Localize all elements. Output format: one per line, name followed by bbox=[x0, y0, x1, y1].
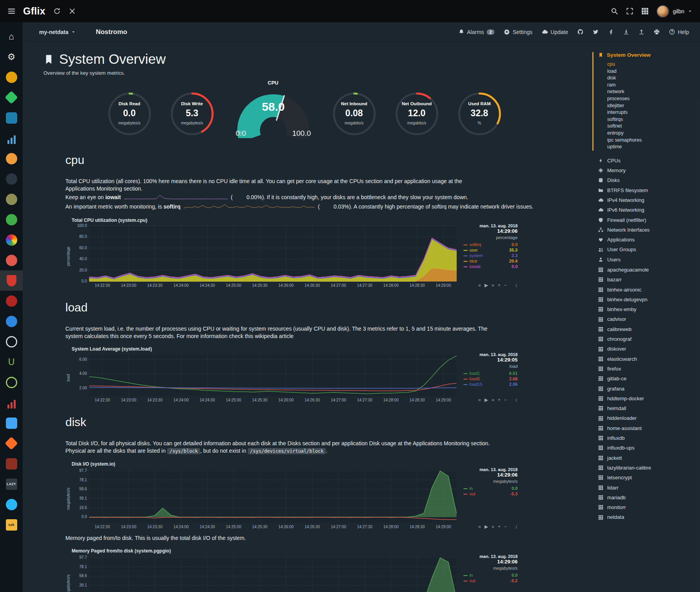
rail-item-app-orange-circle[interactable] bbox=[0, 67, 23, 87]
chart-play-button[interactable]: ▶ bbox=[485, 524, 488, 529]
legend-item-nice[interactable]: nice20.4 bbox=[464, 258, 518, 264]
menu-app-binhex-airsonic[interactable]: binhex-airsonic bbox=[598, 285, 696, 295]
gauge-used-ram[interactable]: Used RAM32.8% bbox=[456, 91, 503, 137]
menu-section-network-interfaces[interactable]: Network Interfaces bbox=[598, 225, 696, 235]
menu-app-letsencrypt[interactable]: letsencrypt bbox=[598, 473, 696, 482]
menu-item-softirqs[interactable]: softirqs bbox=[607, 116, 696, 123]
menu-app-monitorr[interactable]: monitorr bbox=[598, 502, 696, 512]
memory-paged-chart[interactable]: Memory Paged from/to disk (system.pgpgio… bbox=[65, 548, 589, 592]
chart-zoom-out-button[interactable]: − bbox=[504, 524, 507, 529]
menu-app-grafana[interactable]: grafana bbox=[598, 384, 696, 394]
menu-section-disks[interactable]: Disks bbox=[598, 175, 696, 185]
export-button[interactable] bbox=[639, 29, 644, 35]
chart-plot-area[interactable]: 14:22:3014:23:0014:23:3014:24:0014:24:30… bbox=[71, 352, 459, 404]
menu-app-netdata[interactable]: netdata bbox=[598, 512, 696, 522]
chart-pan-forward-button[interactable]: » bbox=[492, 397, 494, 403]
chart-pan-backward-button[interactable]: « bbox=[478, 283, 481, 288]
menu-item-ipc-semaphores[interactable]: ipc semaphores bbox=[607, 137, 696, 144]
chart-plot-area[interactable]: 14:22:3014:23:0014:23:3014:24:0014:24:30… bbox=[71, 467, 459, 531]
rail-item-app-pinwheel[interactable] bbox=[0, 230, 23, 250]
search-icon[interactable] bbox=[611, 7, 618, 15]
refresh-icon[interactable] bbox=[53, 7, 61, 15]
chart-zoom-out-button[interactable]: − bbox=[504, 397, 507, 403]
rail-item-app-olive-circle[interactable] bbox=[0, 189, 23, 209]
menu-app-bazarr[interactable]: bazarr bbox=[598, 275, 696, 284]
gauge-cpu[interactable]: CPU58.00.0100.0% bbox=[232, 80, 315, 142]
print-button[interactable] bbox=[654, 29, 660, 35]
chart-zoom-out-button[interactable]: − bbox=[504, 283, 507, 288]
menu-app-apacheguacamole[interactable]: apacheguacamole bbox=[598, 265, 696, 275]
menu-app-hiddenloader[interactable]: hiddenloader bbox=[598, 413, 696, 423]
legend-item-in[interactable]: in0.0 bbox=[464, 486, 518, 491]
menu-app-calibreweb[interactable]: calibreweb bbox=[598, 324, 696, 334]
menu-item-idlejitter[interactable]: idlejitter bbox=[607, 103, 696, 110]
load-average-chart[interactable]: System Load Average (system.load)load14:… bbox=[65, 346, 589, 404]
menu-app-elasticsearch[interactable]: elasticsearch bbox=[598, 354, 696, 364]
chart-resize-handle[interactable]: ↕ bbox=[515, 282, 518, 288]
menu-app-lazylibrarian-calibre[interactable]: lazylibrarian-calibre bbox=[598, 463, 696, 473]
chart-pan-forward-button[interactable]: » bbox=[492, 283, 494, 288]
gauge-disk-read[interactable]: Disk Read0.0megabytes/s bbox=[106, 91, 153, 137]
rail-item-app-blue-square[interactable] bbox=[0, 413, 23, 433]
rail-item-app-green-circle[interactable] bbox=[0, 209, 23, 230]
menu-section-applications[interactable]: Applications bbox=[598, 235, 696, 245]
gauge-net-outbound[interactable]: Net Outbound12.0megabits/s bbox=[394, 91, 440, 137]
legend-item-load15[interactable]: load152.06 bbox=[464, 381, 518, 387]
menu-item-interrupts[interactable]: interrupts bbox=[607, 109, 696, 116]
menu-app-diskover[interactable]: diskover bbox=[598, 344, 696, 354]
chart-zoom-in-button[interactable]: + bbox=[498, 524, 500, 529]
wikipedia-link[interactable]: wikipedia article bbox=[255, 333, 294, 339]
rail-item-app-sound-bars[interactable] bbox=[0, 128, 23, 148]
import-button[interactable] bbox=[623, 29, 629, 35]
rail-item-app-red-green-bars[interactable] bbox=[0, 392, 23, 413]
rail-item-app-red-shield[interactable] bbox=[0, 270, 23, 291]
chart-resize-handle[interactable]: ↕ bbox=[515, 397, 518, 403]
fullscreen-icon[interactable] bbox=[626, 7, 633, 15]
server-dropdown[interactable]: my-netdata bbox=[39, 29, 76, 35]
chart-plot-area[interactable]: 14:22:3014:23:0014:23:3014:24:0014:24:30… bbox=[71, 554, 459, 592]
menu-section-cpus[interactable]: CPUs bbox=[598, 156, 696, 166]
chart-zoom-in-button[interactable]: + bbox=[498, 397, 500, 403]
chart-play-button[interactable]: ▶ bbox=[485, 397, 488, 403]
menu-section-firewall-netfilter[interactable]: Firewall (netfilter) bbox=[598, 215, 696, 225]
rail-item-app-teal-square[interactable] bbox=[0, 108, 23, 128]
menu-app-binhex-delugevpn[interactable]: binhex-delugevpn bbox=[598, 295, 696, 304]
legend-item-load5[interactable]: load52.68 bbox=[464, 376, 518, 381]
rail-item-home[interactable]: ⌂ bbox=[0, 26, 23, 47]
menu-section-memory[interactable]: Memory bbox=[598, 166, 696, 175]
rail-item-app-orange-search[interactable] bbox=[0, 148, 23, 169]
menu-app-mariadb[interactable]: mariadb bbox=[598, 493, 696, 502]
rail-item-app-maroon-square[interactable] bbox=[0, 453, 23, 474]
legend-item-in[interactable]: in0.0 bbox=[464, 572, 518, 578]
chart-pan-backward-button[interactable]: « bbox=[478, 397, 481, 403]
menu-app-gitlab-ce[interactable]: gitlab-ce bbox=[598, 374, 696, 383]
menu-app-influxdb[interactable]: influxdb bbox=[598, 433, 696, 443]
legend-item-user[interactable]: user35.3 bbox=[464, 247, 518, 253]
facebook-button[interactable] bbox=[608, 29, 614, 35]
legend-item-load1[interactable]: load16.51 bbox=[464, 371, 518, 376]
rail-item-app-red-circle[interactable] bbox=[0, 250, 23, 270]
menu-item-disk[interactable]: disk bbox=[607, 75, 696, 82]
rail-item-app-dark-circle[interactable] bbox=[0, 169, 23, 189]
menu-section-ipv6-networking[interactable]: IPv6 Networking bbox=[598, 205, 696, 215]
chart-zoom-in-button[interactable]: + bbox=[498, 283, 500, 288]
menu-app-hddtemp-docker[interactable]: hddtemp-docker bbox=[598, 394, 696, 403]
menu-app-home-assistant[interactable]: home-assistant bbox=[598, 423, 696, 433]
close-icon[interactable] bbox=[69, 7, 76, 15]
menu-section-ipv4-networking[interactable]: IPv4 Networking bbox=[598, 195, 696, 205]
twitter-button[interactable] bbox=[593, 29, 599, 35]
menu-item-processes[interactable]: processes bbox=[607, 95, 696, 103]
menu-app-lidarr[interactable]: lidarr bbox=[598, 483, 696, 493]
alarms-button[interactable]: Alarms 2 bbox=[458, 29, 495, 35]
gauge-disk-write[interactable]: Disk Write5.3megabytes/s bbox=[169, 91, 215, 137]
chart-play-button[interactable]: ▶ bbox=[485, 283, 488, 288]
settings-button[interactable]: Settings bbox=[504, 29, 532, 35]
legend-item-iowait[interactable]: iowait0.0 bbox=[464, 264, 518, 269]
menu-section-btrfs-filesystem[interactable]: BTRFS filesystem bbox=[598, 185, 696, 195]
menu-item-ram[interactable]: ram bbox=[607, 82, 696, 89]
disk-io-chart[interactable]: Disk I/O (system.io)megabytes/s14:22:301… bbox=[65, 461, 589, 531]
menu-app-firefox[interactable]: firefox bbox=[598, 364, 696, 374]
chart-resize-handle[interactable]: ↕ bbox=[515, 524, 518, 529]
chart-pan-forward-button[interactable]: » bbox=[492, 524, 494, 529]
menu-app-chronograf[interactable]: chronograf bbox=[598, 334, 696, 344]
